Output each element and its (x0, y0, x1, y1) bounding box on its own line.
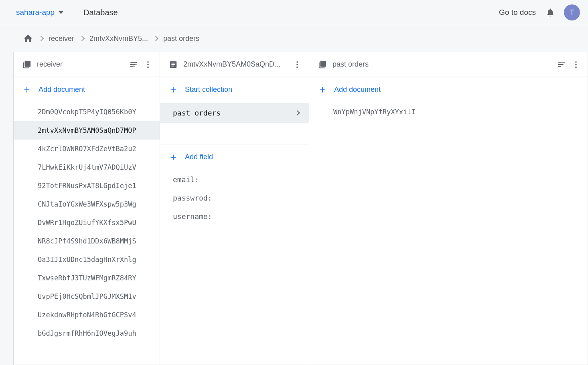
field-list: email:passwrod:username: (160, 170, 309, 225)
list-item[interactable]: bGdJgsrmfRhH6nIOVegJa9uh (14, 324, 160, 343)
subcollection-panel-header: past orders (309, 52, 588, 77)
more-vert-icon[interactable] (293, 60, 302, 69)
list-item[interactable]: WnYpWnjVNpYfRyXYxilI (309, 103, 588, 121)
document-list[interactable]: WnYpWnjVNpYfRyXYxilI (309, 103, 588, 365)
chevron-right-icon (38, 36, 44, 41)
subcollection-item-label: past orders (173, 109, 221, 117)
collection-panel: receiver Add document 2Dm0QVcokpT5P4yIQ0… (14, 52, 160, 365)
list-item[interactable]: DvWRr1HqoZUiufYKXfsx5PwU (14, 213, 160, 232)
collection-icon (318, 60, 327, 69)
add-field-label: Add field (185, 153, 213, 161)
subcollection-item[interactable]: past orders (160, 103, 309, 123)
list-item[interactable]: 7LHwkEiKkrUj4tmV7ADQiUzV (14, 158, 160, 176)
add-field-button[interactable]: Add field (160, 144, 309, 170)
svg-point-8 (575, 66, 577, 68)
chevron-right-icon (153, 36, 158, 41)
notifications-icon[interactable] (545, 8, 555, 17)
breadcrumb: receiver 2mtvXxNvmBY5... past orders (13, 25, 588, 52)
start-collection-button[interactable]: Start collection (160, 77, 309, 103)
collection-panel-header: receiver (14, 52, 160, 77)
svg-point-6 (575, 61, 577, 63)
field-item[interactable]: passwrod: (160, 189, 309, 207)
document-panel: 2mtvXxNvmBY5AM0SaQnD... Start collection… (160, 52, 309, 365)
content-area: receiver 2mtvXxNvmBY5... past orders rec… (0, 25, 588, 365)
breadcrumb-item[interactable]: 2mtvXxNvmBY5... (89, 34, 148, 43)
list-item[interactable]: 92TotFRNusPxAT8LGpdIeje1 (14, 176, 160, 195)
database-panels: receiver Add document 2Dm0QVcokpT5P4yIQ0… (13, 52, 588, 365)
svg-point-0 (147, 61, 149, 63)
svg-point-2 (147, 66, 149, 68)
plus-icon (318, 85, 327, 94)
collection-panel-title: receiver (37, 60, 124, 69)
more-vert-icon[interactable] (144, 60, 152, 69)
project-name-label: sahara-app (16, 8, 55, 17)
chevron-right-icon (295, 110, 300, 116)
document-list[interactable]: 2Dm0QVcokpT5P4yIQ056Kb0Y2mtvXxNvmBY5AM0S… (14, 103, 160, 365)
breadcrumb-item[interactable]: receiver (49, 34, 74, 43)
list-item[interactable]: UzekdnwRHpfoN4RhGtGCPSv4 (14, 306, 160, 324)
home-icon[interactable] (23, 33, 33, 44)
collection-icon (22, 60, 31, 69)
go-to-docs-link[interactable]: Go to docs (499, 8, 536, 17)
field-item[interactable]: email: (160, 170, 309, 189)
list-item[interactable]: TxwseRbfJ3TUzWFMgmRZ84RY (14, 269, 160, 287)
subcollections-section: Start collection past orders (160, 77, 309, 144)
subcollection-panel: past orders Add document WnYpWnjVNpYfRyX… (309, 52, 588, 365)
start-collection-label: Start collection (185, 85, 232, 94)
svg-point-1 (147, 64, 149, 65)
plus-icon (22, 85, 31, 94)
caret-down-icon (59, 11, 63, 14)
list-item[interactable]: UvpPEj0HcSQbmlJPGJMXSM1v (14, 287, 160, 306)
list-item[interactable]: NR8cJPf4S9hd1DDx6WB8MMjS (14, 232, 160, 250)
list-item[interactable]: 2mtvXxNvmBY5AM0SaQnD7MQP (14, 121, 160, 140)
list-item[interactable]: 2Dm0QVcokpT5P4yIQ056Kb0Y (14, 103, 160, 121)
list-item[interactable]: Oa3IJIxUDnc15dagHnXrXnlg (14, 250, 160, 269)
add-document-label: Add document (334, 85, 381, 94)
document-icon (169, 60, 178, 69)
add-document-button[interactable]: Add document (14, 77, 160, 103)
breadcrumb-item[interactable]: past orders (163, 34, 199, 43)
page-title: Database (83, 8, 118, 17)
svg-point-3 (296, 61, 298, 63)
filter-icon[interactable] (129, 60, 138, 69)
svg-point-7 (575, 64, 577, 65)
list-item[interactable]: CNJtaIoYGxWe3WFXspw5p3Wg (14, 195, 160, 213)
field-item[interactable]: username: (160, 207, 309, 225)
app-bar: sahara-app Database Go to docs T (0, 0, 588, 25)
avatar-initial: T (570, 8, 574, 17)
filter-icon[interactable] (557, 60, 566, 69)
project-selector[interactable]: sahara-app (16, 8, 63, 17)
add-document-button[interactable]: Add document (309, 77, 588, 103)
subcollection-list: past orders (160, 103, 309, 144)
subcollection-panel-title: past orders (333, 60, 552, 69)
plus-icon (169, 85, 178, 94)
list-item[interactable]: 4kZcrlDWNRO7XFdZeVtBa2u2 (14, 140, 160, 158)
svg-point-5 (296, 66, 298, 68)
more-vert-icon[interactable] (572, 60, 580, 69)
add-document-label: Add document (39, 85, 85, 94)
chevron-right-icon (79, 36, 85, 41)
plus-icon (169, 153, 178, 162)
user-avatar[interactable]: T (564, 4, 580, 20)
svg-point-4 (296, 64, 298, 65)
document-panel-title: 2mtvXxNvmBY5AM0SaQnD... (183, 60, 287, 69)
document-panel-header: 2mtvXxNvmBY5AM0SaQnD... (160, 52, 309, 77)
